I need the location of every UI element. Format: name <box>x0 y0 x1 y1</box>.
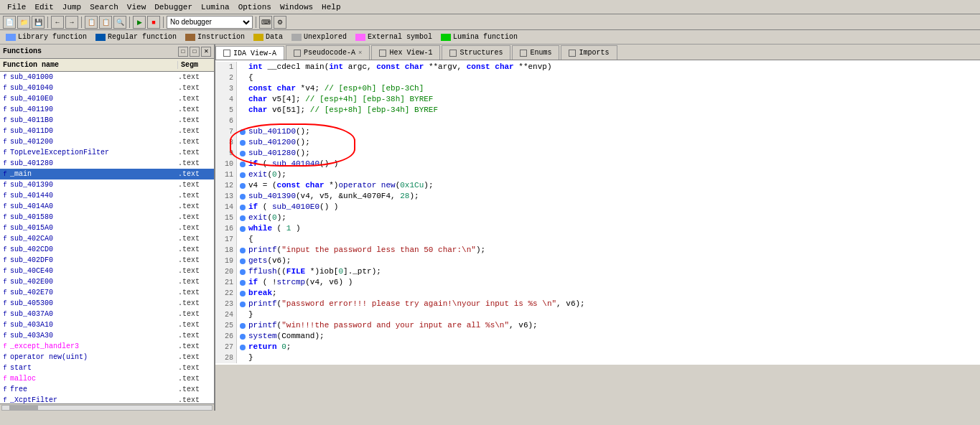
function-list-item[interactable]: fsub_40CE40.text <box>0 266 214 276</box>
view-tab-pseudocode-a[interactable]: Pseudocode-A × <box>286 45 370 60</box>
breakpoint-dot[interactable] <box>240 205 246 210</box>
function-list-item[interactable]: fsub_401580.text <box>0 212 214 223</box>
functions-maximize[interactable]: □ <box>190 47 200 57</box>
menu-windows[interactable]: Windows <box>276 2 317 12</box>
tab-icon <box>379 50 386 57</box>
function-list-item[interactable]: fsub_4011D0.text <box>0 126 214 136</box>
no-breakpoint <box>240 355 246 361</box>
view-tab-enums[interactable]: Enums <box>512 45 559 60</box>
menu-options[interactable]: Options <box>234 2 276 12</box>
toolbar-new[interactable]: 📄 <box>3 16 16 29</box>
function-list-item[interactable]: fmalloc.text <box>0 373 214 384</box>
functions-scrollbar[interactable] <box>0 403 214 411</box>
tab-close-icon[interactable]: × <box>358 50 362 57</box>
function-icon: f <box>0 117 10 124</box>
function-list-item[interactable]: fsub_4010E0.text <box>0 93 214 104</box>
menu-jump[interactable]: Jump <box>58 2 85 12</box>
breakpoint-dot[interactable] <box>240 248 246 253</box>
code-text: char v5[4]; // [esp+4h] [ebp-38h] BYREF <box>248 94 433 105</box>
function-list-item[interactable]: fsub_401280.text <box>0 158 214 169</box>
toolbar-stop[interactable]: ■ <box>147 16 160 29</box>
function-list-item[interactable]: fsub_4015A0.text <box>0 223 214 233</box>
function-list-item[interactable]: foperator new(uint).text <box>0 352 214 363</box>
toolbar-run[interactable]: ▶ <box>133 16 146 29</box>
function-list-item[interactable]: f_XcptFilter.text <box>0 395 214 403</box>
function-list-item[interactable]: fsub_403A10.text <box>0 319 214 330</box>
function-list-item[interactable]: fsub_401200.text <box>0 136 214 147</box>
line-number: 11 <box>218 169 233 180</box>
function-list-item[interactable]: fsub_402E00.text <box>0 276 214 287</box>
function-list-item[interactable]: fsub_4037A0.text <box>0 309 214 319</box>
function-list-item[interactable]: fsub_401190.text <box>0 104 214 115</box>
breakpoint-dot[interactable] <box>240 345 246 350</box>
view-tab-hex-view-1[interactable]: Hex View-1 <box>371 45 440 60</box>
menu-edit[interactable]: Edit <box>30 2 57 12</box>
functions-minimize[interactable]: □ <box>178 47 188 57</box>
breakpoint-dot[interactable] <box>240 162 246 167</box>
function-name: free <box>10 386 178 393</box>
breakpoint-dot[interactable] <box>240 291 246 296</box>
function-list-item[interactable]: fsub_401440.text <box>0 190 214 201</box>
function-icon: f <box>0 128 10 135</box>
functions-list[interactable]: fsub_401000.textfsub_401040.textfsub_401… <box>0 72 214 403</box>
scrollbar-thumb[interactable] <box>9 406 38 410</box>
breakpoint-dot[interactable] <box>240 258 246 264</box>
view-tab-ida-view-a[interactable]: IDA View-A <box>215 46 284 60</box>
function-list-item[interactable]: fsub_401040.text <box>0 83 214 93</box>
menu-view[interactable]: View <box>123 2 150 12</box>
function-list-item[interactable]: fsub_4011B0.text <box>0 115 214 126</box>
function-list-item[interactable]: f_main.text <box>0 169 214 179</box>
breakpoint-dot[interactable] <box>240 151 246 157</box>
function-list-item[interactable]: fsub_402E70.text <box>0 287 214 298</box>
toolbar-save[interactable]: 💾 <box>32 16 45 29</box>
toolbar-search[interactable]: 🔍 <box>113 16 126 29</box>
function-list-item[interactable]: f_except_handler3.text <box>0 341 214 352</box>
menu-debugger[interactable]: Debugger <box>150 2 197 12</box>
view-tab-structures[interactable]: Structures <box>442 45 510 60</box>
legend-lumina-label: Lumina function <box>453 33 518 41</box>
breakpoint-dot[interactable] <box>240 194 246 200</box>
function-list-item[interactable]: fsub_405300.text <box>0 298 214 309</box>
breakpoint-dot[interactable] <box>240 140 246 146</box>
code-text: } <box>248 352 253 363</box>
function-list-item[interactable]: fsub_401000.text <box>0 72 214 83</box>
function-list-item[interactable]: fsub_4014A0.text <box>0 201 214 212</box>
breakpoint-dot[interactable] <box>240 334 246 340</box>
function-list-item[interactable]: fsub_402CD0.text <box>0 244 214 255</box>
functions-close[interactable]: ✕ <box>201 47 211 57</box>
toolbar-copy[interactable]: 📋 <box>85 16 98 29</box>
menu-search[interactable]: Search <box>85 2 123 12</box>
scrollbar-track[interactable] <box>1 405 213 411</box>
function-list-item[interactable]: fsub_402CA0.text <box>0 233 214 244</box>
breakpoint-dot[interactable] <box>240 172 246 178</box>
breakpoint-dot[interactable] <box>240 280 246 286</box>
code-area[interactable]: 1234567891011121314151617181920212223242… <box>215 60 980 365</box>
breakpoint-dot[interactable] <box>240 302 246 307</box>
breakpoint-dot[interactable] <box>240 183 246 189</box>
breakpoint-dot[interactable] <box>240 323 246 329</box>
function-list-item[interactable]: fTopLevelExceptionFilter.text <box>0 147 214 158</box>
toolbar-more1[interactable]: ⌨ <box>259 16 272 29</box>
functions-controls: □ □ ✕ <box>178 47 211 57</box>
menu-file[interactable]: File <box>3 2 30 12</box>
debugger-selector[interactable]: No debugger <box>167 16 253 29</box>
toolbar-paste[interactable]: 📋 <box>99 16 112 29</box>
function-list-item[interactable]: fstart.text <box>0 363 214 373</box>
function-list-item[interactable]: fsub_403A30.text <box>0 330 214 341</box>
breakpoint-dot[interactable] <box>240 215 246 221</box>
menu-help[interactable]: Help <box>317 2 345 12</box>
breakpoint-dot[interactable] <box>240 129 246 135</box>
no-breakpoint <box>240 65 246 70</box>
toolbar-more2[interactable]: ⚙ <box>274 16 286 29</box>
toolbar-back[interactable]: ← <box>51 16 64 29</box>
breakpoint-dot[interactable] <box>240 269 246 275</box>
menu-lumina[interactable]: Lumina <box>197 2 234 12</box>
breakpoint-dot[interactable] <box>240 226 246 232</box>
function-list-item[interactable]: fsub_402DF0.text <box>0 255 214 266</box>
view-tab-imports[interactable]: Imports <box>561 45 617 60</box>
function-seg: .text <box>178 127 214 135</box>
function-list-item[interactable]: ffree.text <box>0 384 214 395</box>
toolbar-forward[interactable]: → <box>65 16 78 29</box>
toolbar-open[interactable]: 📁 <box>17 16 30 29</box>
function-list-item[interactable]: fsub_401390.text <box>0 179 214 190</box>
